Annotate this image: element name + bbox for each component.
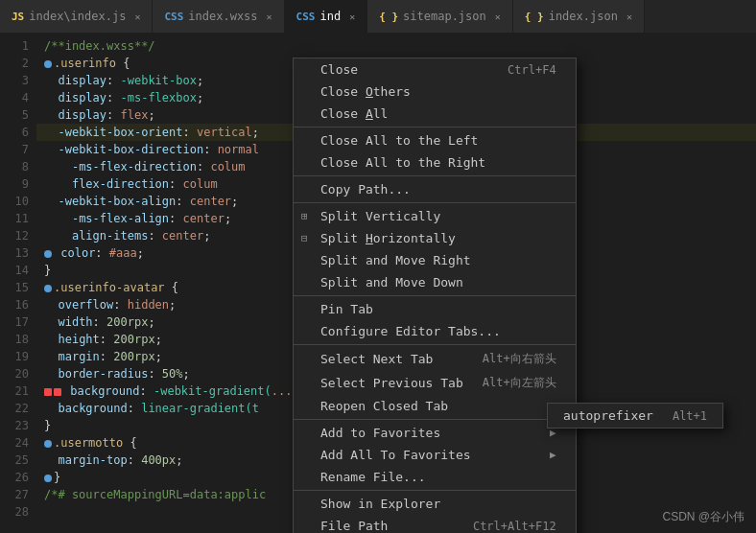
submenu-item-shortcut: Alt+1 [653,409,707,423]
submenu-arrow-icon: ▶ [550,449,556,461]
menu-separator [294,490,576,491]
menu-label: Close All [320,106,388,121]
menu-label: Configure Editor Tabs... [320,324,501,338]
tab-close-icon[interactable]: ✕ [495,12,501,22]
menu-label: Reopen Closed Tab [320,399,448,413]
menu-item-pin-tab[interactable]: Pin Tab [294,298,576,320]
menu-label: Pin Tab [320,302,373,316]
submenu-item-autoprefixer[interactable]: autoprefixer Alt+1 [548,404,722,428]
menu-item-file-path[interactable]: File Path Ctrl+Alt+F12 [294,515,576,533]
menu-separator [294,127,576,127]
submenu-item-label: autoprefixer [563,408,653,423]
json-icon: { } [379,11,398,23]
menu-label: Split Horizontally [320,231,456,245]
menu-label: Split Vertically [320,209,440,223]
menu-label: Select Previous Tab [320,376,463,390]
menu-item-close-others[interactable]: Close Others [294,81,576,103]
tab-label: sitemap.json [403,10,486,23]
tab-index-js[interactable]: JS index\index.js ✕ [0,0,153,33]
menu-label: Rename File... [320,470,426,484]
tab-label: index.json [549,10,618,23]
tab-close-icon[interactable]: ✕ [626,12,632,22]
menu-label: Close Others [320,84,411,99]
menu-label: Split and Move Down [320,275,463,290]
menu-item-select-prev[interactable]: Select Previous Tab Alt+向左箭头 [294,371,576,395]
menu-label: Close All to the Left [320,133,478,148]
tab-close-icon[interactable]: ✕ [134,12,140,22]
menu-separator [294,295,576,296]
json-icon: { } [525,11,544,23]
menu-shortcut: Alt+向右箭头 [463,351,556,367]
tab-close-icon[interactable]: ✕ [349,12,355,22]
menu-item-close-all[interactable]: Close All [294,103,576,125]
menu-label: Select Next Tab [320,352,433,366]
menu-label: Split and Move Right [320,253,471,267]
tab-bar: JS index\index.js ✕ CSS index.wxss ✕ CSS… [0,0,756,34]
menu-label: Close [320,62,358,77]
menu-item-configure-tabs[interactable]: Configure Editor Tabs... [294,320,576,342]
context-menu: Close Ctrl+F4 Close Others Close All Clo… [293,58,577,533]
tab-index-json[interactable]: { } index.json ✕ [513,0,645,33]
menu-item-close[interactable]: Close Ctrl+F4 [294,58,576,81]
menu-separator [294,202,576,203]
tab-sitemap[interactable]: { } sitemap.json ✕ [367,0,513,33]
menu-item-show-explorer[interactable]: Show in Explorer [294,493,576,515]
menu-separator [294,419,576,420]
split-horiz-icon: ⊟ [301,232,308,244]
menu-item-split-vert[interactable]: ⊞ Split Vertically [294,205,576,227]
js-icon: JS [12,11,24,23]
line-numbers: 12345 678910 1112131415 1617181920 21222… [0,34,36,533]
menu-item-split-move-right[interactable]: Split and Move Right [294,249,576,271]
tab-index-wxss[interactable]: CSS index.wxss ✕ [153,0,284,33]
css-icon: CSS [164,11,183,23]
css-icon: CSS [296,11,316,23]
menu-shortcut: Alt+向左箭头 [463,375,556,391]
menu-item-reopen-closed[interactable]: Reopen Closed Tab [294,395,576,417]
menu-label: File Path [320,519,388,533]
tab-close-icon[interactable]: ✕ [267,12,272,22]
menu-item-select-next[interactable]: Select Next Tab Alt+向右箭头 [294,347,576,371]
split-vert-icon: ⊞ [301,210,308,222]
menu-shortcut: Ctrl+F4 [488,63,556,77]
menu-item-add-fav[interactable]: Add to Favorites ▶ [294,422,576,444]
menu-label: Close All to the Right [320,155,485,170]
menu-item-split-horiz[interactable]: ⊟ Split Horizontally [294,227,576,249]
menu-label: Show in Explorer [320,497,440,511]
menu-label: Add to Favorites [320,426,440,440]
menu-separator [294,175,576,176]
menu-shortcut: Ctrl+Alt+F12 [454,520,556,533]
watermark: CSDN @谷小伟 [662,509,744,525]
tab-index-partial[interactable]: CSS ind ✕ [285,0,368,33]
submenu-external-tools: autoprefixer Alt+1 [547,403,723,429]
menu-label: Copy Path... [320,182,411,197]
menu-separator [294,344,576,345]
menu-item-rename[interactable]: Rename File... [294,466,576,488]
menu-item-close-left[interactable]: Close All to the Left [294,129,576,151]
tab-label: ind [319,10,341,23]
code-line: /**index.wxss**/ [36,37,756,55]
tab-label: index.wxss [188,10,257,23]
tab-label: index\index.js [29,10,126,23]
menu-item-copy-path[interactable]: Copy Path... [294,178,576,200]
menu-item-split-move-down[interactable]: Split and Move Down [294,271,576,293]
menu-item-add-all-fav[interactable]: Add All To Favorites ▶ [294,444,576,466]
menu-item-close-right[interactable]: Close All to the Right [294,151,576,174]
menu-label: Add All To Favorites [320,448,471,462]
